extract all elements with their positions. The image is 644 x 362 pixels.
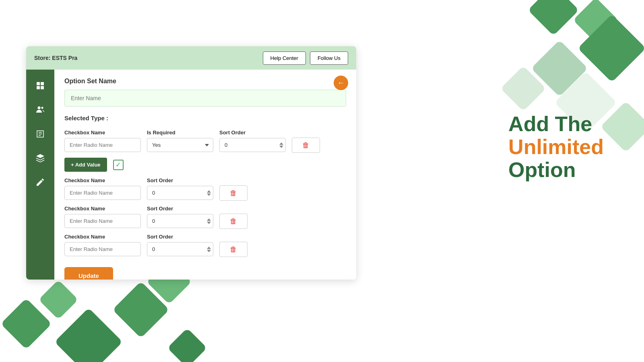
col-is-required: Is Required Yes No	[147, 130, 213, 152]
cb-sort-arrows-2	[207, 218, 211, 224]
cb-sort-col-2: Sort Order	[147, 206, 213, 228]
col-checkbox-name: Checkbox Name	[64, 130, 141, 152]
dashboard-icon	[35, 81, 45, 90]
sort-input-wrap	[219, 138, 286, 152]
cb-sort-up-2[interactable]	[207, 218, 211, 221]
sort-down-arrow[interactable]	[279, 146, 283, 148]
svg-rect-1	[41, 82, 44, 85]
add-value-button[interactable]: + Add Value	[64, 158, 107, 172]
cb-sort-up-1[interactable]	[207, 190, 211, 193]
checkbox-check[interactable]: ✓	[113, 160, 124, 170]
checkbox-row-2: Checkbox Name Sort Order 🗑	[64, 205, 346, 229]
option-set-name-input[interactable]	[64, 90, 346, 107]
cb-sort-input-2[interactable]	[147, 214, 213, 228]
cb-sort-label-2: Sort Order	[147, 206, 213, 212]
promo-line1: Add The	[508, 113, 604, 136]
sidebar-item-users[interactable]	[30, 100, 50, 120]
cb-sort-wrap-2	[147, 214, 213, 228]
cb-sort-col-1: Sort Order	[147, 177, 213, 200]
sidebar-item-dashboard[interactable]	[30, 76, 50, 96]
cb-name-col-3: Checkbox Name	[64, 234, 141, 256]
delete-button-1[interactable]: 🗑	[292, 138, 320, 153]
checkbox-name-input[interactable]	[64, 138, 141, 152]
cb-delete-btn-3[interactable]: 🗑	[219, 242, 248, 257]
app-window: Store: ESTS Pra Help Center Follow Us	[26, 46, 356, 280]
cb-name-label-2: Checkbox Name	[64, 206, 141, 212]
sort-arrows	[279, 142, 283, 148]
products-icon	[35, 153, 45, 163]
cb-delete-btn-1[interactable]: 🗑	[219, 185, 248, 201]
cb-name-col-1: Checkbox Name	[64, 177, 141, 200]
cb-sort-input-3[interactable]	[147, 242, 213, 256]
is-required-label: Is Required	[147, 130, 213, 136]
main-content: ← Option Set Name Selected Type : Checkb…	[54, 70, 356, 280]
first-form-row: Checkbox Name Is Required Yes No Sort Or…	[64, 129, 346, 153]
cb-sort-up-3[interactable]	[207, 247, 211, 249]
sidebar-item-orders[interactable]	[30, 172, 50, 192]
cb-name-input-1[interactable]	[64, 186, 141, 200]
cb-name-col-2: Checkbox Name	[64, 206, 141, 228]
is-required-select[interactable]: Yes No	[147, 138, 213, 152]
sidebar-item-catalog[interactable]	[30, 124, 50, 144]
cb-sort-wrap-1	[147, 186, 213, 200]
cb-sort-input-1[interactable]	[147, 186, 213, 200]
svg-rect-2	[37, 86, 40, 89]
cb-name-input-3[interactable]	[64, 242, 141, 256]
svg-point-5	[41, 107, 43, 109]
cb-sort-down-1[interactable]	[207, 193, 211, 196]
checkbox-row-3: Checkbox Name Sort Order 🗑	[64, 233, 346, 257]
promo-line2: Unlimited	[508, 136, 604, 158]
cb-delete-col-1: 🗑	[219, 177, 252, 201]
promo-section: Add The Unlimited Option	[508, 113, 604, 182]
col-sort-order: Sort Order	[219, 130, 286, 152]
promo-line3: Option	[508, 158, 604, 181]
col-delete-1: 🗑	[292, 129, 324, 153]
cb-delete-col-2: 🗑	[219, 205, 252, 229]
follow-us-button[interactable]: Follow Us	[310, 51, 348, 65]
sort-order-label: Sort Order	[219, 130, 286, 136]
sort-up-arrow[interactable]	[279, 142, 283, 145]
checkbox-row-1: Checkbox Name Sort Order 🗑	[64, 177, 346, 201]
help-center-button[interactable]: Help Center	[263, 51, 306, 65]
cb-sort-arrows-3	[207, 247, 211, 252]
cb-sort-arrows-1	[207, 190, 211, 196]
svg-rect-0	[37, 82, 40, 85]
svg-rect-3	[41, 86, 44, 89]
checkbox-name-label: Checkbox Name	[64, 130, 141, 136]
sort-order-input[interactable]	[219, 138, 286, 152]
cb-name-label-1: Checkbox Name	[64, 177, 141, 183]
store-label: Store: ESTS Pra	[34, 55, 77, 61]
sidebar	[26, 70, 54, 280]
cb-sort-down-2[interactable]	[207, 222, 211, 224]
back-button[interactable]: ←	[334, 76, 348, 90]
cb-sort-col-3: Sort Order	[147, 234, 213, 256]
cb-delete-col-3: 🗑	[219, 233, 252, 257]
update-button[interactable]: Update	[64, 267, 113, 280]
cb-sort-label-3: Sort Order	[147, 234, 213, 240]
cb-delete-btn-2[interactable]: 🗑	[219, 214, 248, 229]
app-header: Store: ESTS Pra Help Center Follow Us	[26, 46, 356, 70]
svg-point-4	[38, 107, 41, 109]
add-value-row: + Add Value ✓	[64, 158, 346, 172]
cb-sort-label-1: Sort Order	[147, 177, 213, 183]
catalog-icon	[35, 129, 45, 139]
header-buttons: Help Center Follow Us	[263, 51, 348, 65]
cb-name-label-3: Checkbox Name	[64, 234, 141, 240]
option-set-name-label: Option Set Name	[64, 78, 346, 85]
orders-icon	[35, 177, 45, 187]
store-name: ESTS Pra	[52, 55, 77, 61]
cb-sort-wrap-3	[147, 242, 213, 256]
cb-sort-down-3[interactable]	[207, 250, 211, 252]
users-icon	[35, 105, 45, 115]
cb-name-input-2[interactable]	[64, 214, 141, 228]
sidebar-item-products[interactable]	[30, 148, 50, 168]
selected-type-label: Selected Type :	[64, 115, 346, 121]
